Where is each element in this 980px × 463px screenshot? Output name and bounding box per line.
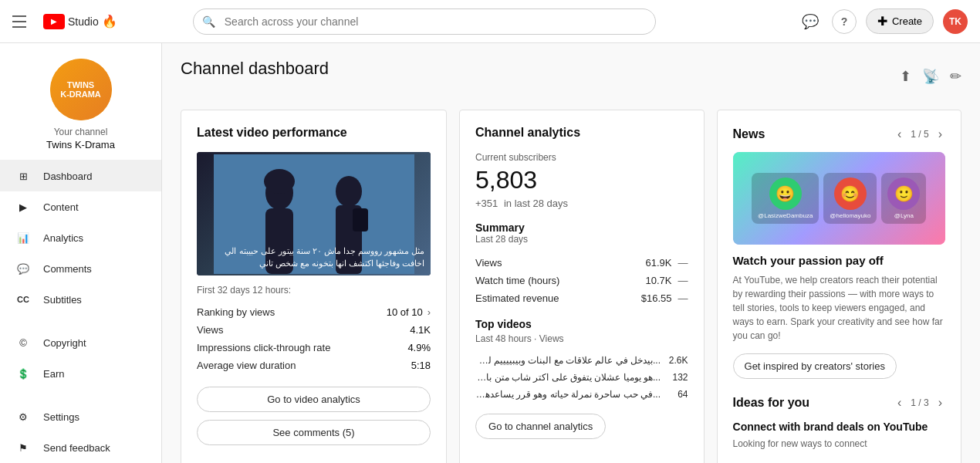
settings-icon: ⚙	[15, 409, 31, 424]
stat-row-ranking: Ranking by views 10 of 10 ›	[197, 303, 431, 321]
plus-icon: ✚	[877, 14, 887, 29]
channel-analytics-card: Channel analytics Current subscribers 5,…	[459, 110, 704, 463]
news-description: At YouTube, we help creators reach their…	[733, 273, 945, 343]
top-video-row-2: ...هو يوميا عشلان يتفوق على اكتر شاب متن…	[475, 369, 688, 386]
sidebar-item-dashboard[interactable]: ⊞ Dashboard	[0, 161, 161, 191]
face-label-1: @LasizweDambuza	[758, 212, 813, 219]
latest-video-card: Latest video performance	[181, 110, 447, 463]
news-nav-counter: 1 / 5	[911, 129, 928, 140]
sidebar-item-label: Dashboard	[43, 171, 93, 182]
sidebar: TWINS K-DRAMA Your channel Twins K-Drama…	[0, 43, 162, 463]
stat-value: 4.1K	[410, 324, 431, 336]
latest-video-title: Latest video performance	[197, 126, 431, 140]
sidebar-item-comments[interactable]: 💬 Comments	[0, 253, 161, 284]
content-icon: ▶	[15, 199, 31, 215]
see-comments-button[interactable]: See comments (5)	[197, 420, 431, 445]
header-right: 💬 ? ✚ Create TK	[798, 8, 968, 34]
subscribers-count: 5,803	[475, 166, 688, 194]
flame-icon: 🔥	[102, 14, 117, 29]
top-video-title: ...هو يوميا عشلان يتفوق على اكتر شاب متن…	[475, 372, 661, 383]
sidebar-item-label: Send feedback	[43, 442, 110, 454]
channel-avatar-inner: TWINS K-DRAMA	[50, 59, 112, 120]
video-buttons: Go to video analytics See comments (5)	[197, 387, 431, 445]
sidebar-item-earn[interactable]: 💲 Earn	[0, 358, 161, 389]
top-videos-sub: Last 48 hours · Views	[475, 333, 688, 344]
logo-area: Studio 🔥	[43, 14, 117, 29]
menu-icon[interactable]	[12, 12, 31, 31]
metric-value: 10.7K —	[646, 275, 688, 286]
ideas-next-button[interactable]: ›	[935, 394, 945, 411]
stat-value: 5:18	[411, 360, 431, 371]
stat-label: Impressions click-through rate	[197, 342, 330, 353]
metric-label: Watch time (hours)	[475, 275, 559, 286]
dashboard-icon: ⊞	[15, 168, 31, 184]
header-left: Studio 🔥	[12, 12, 117, 31]
upload-icon[interactable]: ⬆	[900, 68, 911, 85]
ideas-title: Ideas for you	[733, 396, 810, 410]
sidebar-item-content[interactable]: ▶ Content	[0, 191, 161, 222]
face-label-2: @hellomayuko	[830, 212, 870, 219]
news-card: News ‹ 1 / 5 › 😀	[717, 110, 961, 463]
summary-period: Last 28 days	[475, 234, 688, 245]
search-input[interactable]	[193, 8, 656, 35]
go-to-channel-analytics-button[interactable]: Go to channel analytics	[475, 414, 606, 439]
avatar[interactable]: TK	[943, 9, 968, 34]
ideas-item-title: Connect with brand deals on YouTube	[733, 421, 945, 433]
news-card-header: News ‹ 1 / 5 ›	[733, 126, 945, 143]
avatar-line1: TWINS	[67, 80, 94, 90]
metric-watchtime: Watch time (hours) 10.7K —	[475, 272, 688, 289]
body-wrap: TWINS K-DRAMA Your channel Twins K-Drama…	[0, 43, 980, 463]
subscribers-label: Current subscribers	[475, 152, 688, 163]
go-to-video-analytics-button[interactable]: Go to video analytics	[197, 387, 431, 412]
stat-label: Average view duration	[197, 360, 296, 371]
metric-label: Views	[475, 257, 502, 269]
top-video-row-1: ...بيدخل في عالم علاقات مع البنات وبيبيي…	[475, 352, 688, 369]
sidebar-item-send-feedback[interactable]: ⚑ Send feedback	[0, 432, 161, 463]
news-next-button[interactable]: ›	[935, 126, 945, 143]
top-video-title: ...بيدخل في عالم علاقات مع البنات وبيبيي…	[475, 355, 661, 366]
sidebar-item-analytics[interactable]: 📊 Analytics	[0, 222, 161, 253]
page-title: Channel dashboard	[181, 59, 329, 79]
stat-value: 4.9%	[407, 342, 431, 353]
search-bar: 🔍	[193, 8, 656, 35]
edit-icon[interactable]: ✏	[950, 68, 961, 85]
video-overlay-text: مثل مشهور رووسم جدا ماش ٢٠ سنة بيتور على…	[203, 245, 424, 269]
news-prev-button[interactable]: ‹	[894, 126, 904, 143]
channel-avatar[interactable]: TWINS K-DRAMA	[50, 59, 112, 120]
news-navigation: ‹ 1 / 5 ›	[894, 126, 945, 143]
metric-value: 61.9K —	[646, 257, 688, 269]
sidebar-item-label: Earn	[43, 368, 64, 380]
feedback-icon: ⚑	[15, 440, 31, 455]
sidebar-item-copyright[interactable]: © Copyright	[0, 327, 161, 358]
help-icon[interactable]: ?	[832, 9, 857, 34]
stat-label: Ranking by views	[197, 306, 275, 318]
sidebar-item-label: Content	[43, 201, 79, 213]
ideas-item-description: Looking for new ways to connect	[733, 438, 945, 451]
metric-value: $16.55 —	[641, 292, 688, 304]
channel-info: TWINS K-DRAMA Your channel Twins K-Drama	[0, 43, 161, 161]
svg-point-4	[336, 176, 362, 207]
news-cta-button[interactable]: Get inspired by creators' stories	[733, 353, 897, 379]
studio-label: Studio	[68, 15, 99, 28]
ideas-prev-button[interactable]: ‹	[894, 394, 904, 411]
comments-icon: 💬	[15, 261, 31, 276]
metric-label: Estimated revenue	[475, 292, 559, 304]
news-card-title: News	[733, 127, 765, 141]
copyright-icon: ©	[15, 335, 31, 350]
stat-row-duration: Average view duration 5:18	[197, 357, 431, 374]
channel-analytics-title: Channel analytics	[475, 126, 688, 140]
broadcast-icon[interactable]: 📡	[922, 68, 939, 85]
news-title: Watch your passion pay off	[733, 254, 945, 267]
youtube-logo-icon	[43, 14, 65, 29]
chat-icon[interactable]: 💬	[798, 9, 823, 34]
metric-views: Views 61.9K —	[475, 254, 688, 272]
earn-icon: 💲	[15, 366, 31, 381]
your-channel-label: Your channel	[54, 127, 108, 137]
analytics-icon: 📊	[15, 230, 31, 245]
create-button[interactable]: ✚ Create	[866, 8, 934, 34]
metric-revenue: Estimated revenue $16.55 —	[475, 289, 688, 307]
sidebar-item-subtitles[interactable]: CC Subtitles	[0, 284, 161, 315]
sidebar-item-settings[interactable]: ⚙ Settings	[0, 401, 161, 432]
svg-rect-6	[353, 208, 368, 231]
summary-title: Summary	[475, 221, 688, 234]
